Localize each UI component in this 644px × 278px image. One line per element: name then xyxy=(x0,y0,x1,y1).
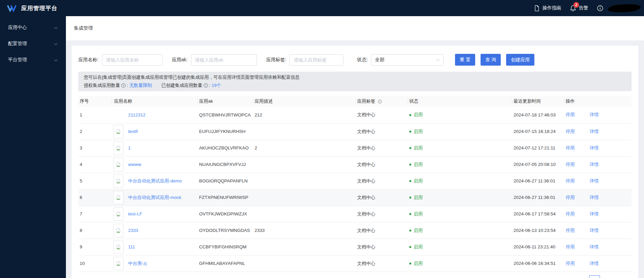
app-name-link[interactable]: 111 xyxy=(128,244,135,249)
app-thumbnail xyxy=(113,191,123,204)
pagination-prev-button[interactable] xyxy=(574,275,585,278)
col-actions: 操作 xyxy=(564,96,632,107)
app-name-input[interactable] xyxy=(102,54,162,66)
app-tag-value: 文档中心 xyxy=(357,228,375,233)
app-tag-value: 文档中心 xyxy=(357,178,375,183)
table-row: 2 testlf EUFUJJIFYKNURHSH 文档中心 启用 2024-0… xyxy=(78,123,632,140)
disable-link[interactable]: 停用 xyxy=(566,228,575,233)
col-index: 序号 xyxy=(78,96,112,107)
main-content: 集成管理 应用名称: 应用ak: 应用标签: 状态: 全部 xyxy=(66,16,644,278)
detail-link[interactable]: 详情 xyxy=(590,228,599,233)
app-tag-input[interactable] xyxy=(290,54,343,66)
broken-image-icon xyxy=(116,178,121,184)
operation-guide-button[interactable]: 操作指南 xyxy=(534,5,561,11)
disable-link[interactable]: 停用 xyxy=(566,145,575,150)
info-icon[interactable] xyxy=(378,99,382,104)
broken-image-icon xyxy=(116,162,121,167)
disable-link[interactable]: 停用 xyxy=(566,129,575,134)
created-count-label: 已创建集成应用数量 xyxy=(161,81,202,90)
status-dot-icon xyxy=(409,213,411,215)
app-name-link[interactable]: test-LF xyxy=(128,211,142,216)
app-desc-value: 2 xyxy=(255,145,257,150)
table-row: 10 中台测-zj GFHMILABAYAFAPNL 文档中心 启用 2024-… xyxy=(78,255,632,272)
disable-link[interactable]: 停用 xyxy=(566,162,575,167)
detail-link[interactable]: 详情 xyxy=(590,145,599,150)
app-tag-value: 文档中心 xyxy=(357,129,375,134)
disable-link[interactable]: 停用 xyxy=(566,261,575,266)
detail-link[interactable]: 详情 xyxy=(590,162,599,167)
info-icon[interactable] xyxy=(121,83,126,88)
app-tag-label: 应用标签: xyxy=(266,57,287,63)
app-name-link[interactable]: testlf xyxy=(128,129,138,134)
sidebar-item-app-center[interactable]: 应用中心 xyxy=(0,20,66,36)
banner-line1: 您可以在[集成管理]页面创建集成应用或管理已创建的集成应用，可在应用详情页面管理… xyxy=(84,73,626,81)
pagination-page-1[interactable]: 1 xyxy=(589,275,600,278)
alarm-button[interactable]: 2 告警 xyxy=(570,5,588,11)
app-name-link[interactable]: wwww xyxy=(128,162,141,167)
col-updated: 最近更新时间 xyxy=(512,96,564,107)
updated-time-value: 2024-07-15 16:18:24 xyxy=(514,129,556,134)
app-name-link[interactable]: 2112312 xyxy=(128,112,146,117)
app-name-link[interactable]: 中台自动化测试应用-mock xyxy=(128,195,181,201)
disable-link[interactable]: 停用 xyxy=(566,211,575,216)
table-row: 9 111 CCBFYBIFGHINSRQM 文档中心 启用 2024-06-1… xyxy=(78,239,632,255)
disable-link[interactable]: 停用 xyxy=(566,178,575,183)
row-index: 5 xyxy=(80,178,82,183)
row-index: 4 xyxy=(80,162,82,167)
reset-button[interactable]: 重 置 xyxy=(455,54,475,66)
pagination-page-2[interactable]: 2 xyxy=(604,275,615,278)
chevron-down-icon xyxy=(54,42,58,45)
detail-link[interactable]: 详情 xyxy=(590,129,599,134)
help-info-button[interactable] xyxy=(597,5,603,11)
app-name-link[interactable]: 2333 xyxy=(128,228,138,233)
detail-link[interactable]: 详情 xyxy=(590,261,599,266)
app-ak-value: QSTCBWHVJRTWOPCA xyxy=(199,112,251,117)
app-name-label: 应用名称: xyxy=(78,57,99,63)
detail-link[interactable]: 详情 xyxy=(590,112,599,117)
app-tag-value: 文档中心 xyxy=(357,162,375,167)
redacted-username xyxy=(608,3,641,13)
app-thumbnail xyxy=(113,174,123,188)
operation-guide-label: 操作指南 xyxy=(542,5,561,11)
disable-link[interactable]: 停用 xyxy=(566,112,575,117)
table-row: 6 中台自动化测试应用-mock FZTXPNENUFWRIWSP 文档中心 启… xyxy=(78,189,632,206)
info-icon[interactable] xyxy=(203,83,208,88)
table-row: 5 中台自动化测试应用-demo BOGIORQQPAPANFLN 文档中心 启… xyxy=(78,173,632,189)
authorized-quota-label: 授权集成应用数量 xyxy=(84,81,120,90)
info-circle-icon xyxy=(597,5,603,11)
app-thumbnail xyxy=(113,207,123,221)
search-button[interactable]: 查 询 xyxy=(481,54,501,66)
sidebar-item-platform-mgmt[interactable]: 平台管理 xyxy=(0,52,66,68)
app-name-link[interactable]: 中台测-zj xyxy=(128,260,147,267)
detail-link[interactable]: 详情 xyxy=(590,195,599,200)
broken-image-icon xyxy=(116,228,121,233)
app-ak-value: EUFUJJIFYKNURHSH xyxy=(199,129,245,134)
app-name-link[interactable]: 中台自动化测试应用-demo xyxy=(128,178,182,184)
detail-link[interactable]: 详情 xyxy=(590,211,599,216)
status-select[interactable]: 全部 xyxy=(371,54,444,66)
app-ak-value: CCBFYBIFGHINSRQM xyxy=(199,244,247,249)
broken-image-icon xyxy=(116,211,121,217)
document-icon xyxy=(534,5,540,11)
table-row: 4 wwww NUAIUNGCBPXVFVJJ 文档中心 启用 2024-07-… xyxy=(78,156,632,173)
disable-link[interactable]: 停用 xyxy=(566,195,575,200)
app-ak-input[interactable] xyxy=(191,54,257,66)
detail-link[interactable]: 详情 xyxy=(590,244,599,249)
row-index: 6 xyxy=(80,195,82,200)
updated-time-value: 2024-06-27 11:36:01 xyxy=(514,178,555,183)
status-badge: 启用 xyxy=(414,129,423,134)
col-status: 状态 xyxy=(408,96,512,107)
authorized-quota-value[interactable]: 无数量限制 xyxy=(129,81,152,90)
detail-link[interactable]: 详情 xyxy=(590,178,599,183)
sidebar-item-config-mgmt[interactable]: 配置管理 xyxy=(0,36,66,52)
app-desc-value: 212 xyxy=(255,112,262,117)
broken-image-icon xyxy=(116,145,121,151)
app-thumbnail xyxy=(113,257,123,270)
create-app-button[interactable]: 创建应用 xyxy=(506,54,534,66)
pagination-next-button[interactable] xyxy=(619,275,630,278)
created-count-value[interactable]: 19个 xyxy=(212,81,221,90)
disable-link[interactable]: 停用 xyxy=(566,244,575,249)
topbar-actions: 操作指南 2 告警 xyxy=(525,4,641,12)
app-name-link[interactable]: 1 xyxy=(128,145,131,150)
table-row: 1 2112312 QSTCBWHVJRTWOPCA 212 文档中心 启用 2… xyxy=(78,107,632,123)
